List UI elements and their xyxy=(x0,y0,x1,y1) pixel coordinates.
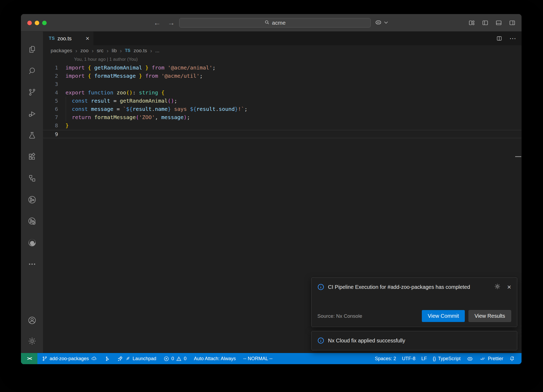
code-line-7[interactable]: 7 return formatMessage('ZOO', message); xyxy=(43,113,522,121)
breadcrumb-item[interactable]: zoo xyxy=(80,48,89,54)
code-line-8[interactable]: 8} xyxy=(43,121,522,130)
encoding-status[interactable]: UTF-8 xyxy=(399,353,418,364)
language-mode-status[interactable]: {} TypeScript xyxy=(430,353,463,364)
launchpad-label: Launchpad xyxy=(133,356,156,361)
nx-graph-search-icon[interactable] xyxy=(28,217,37,226)
close-tab-icon[interactable]: × xyxy=(86,35,89,42)
line-number: 5 xyxy=(43,97,65,105)
remote-indicator[interactable]: >< xyxy=(21,353,37,364)
maximize-window-button[interactable] xyxy=(42,21,47,25)
plug-icon xyxy=(125,356,130,361)
notification-nx-cloud-fix: Nx Cloud fix applied successfully xyxy=(311,331,517,350)
close-window-button[interactable] xyxy=(27,21,32,25)
toggle-secondary-sidebar-icon[interactable] xyxy=(509,20,516,26)
view-commit-button[interactable]: View Commit xyxy=(422,310,465,322)
error-icon xyxy=(164,356,169,361)
warning-icon xyxy=(176,356,182,361)
git-graph-status[interactable] xyxy=(102,353,113,364)
toggle-sidebar-icon[interactable] xyxy=(482,20,489,26)
more-views-icon[interactable] xyxy=(28,260,37,269)
notification-ci-pipeline: CI Pipeline Execution for #add-zoo-packa… xyxy=(311,277,517,327)
git-branch-status[interactable]: add-zoo-packages xyxy=(39,353,100,364)
notification-settings-gear-icon[interactable] xyxy=(494,283,501,291)
run-debug-icon[interactable] xyxy=(28,109,37,118)
formatter-status[interactable]: Prettier xyxy=(476,353,506,364)
account-icon[interactable] xyxy=(28,316,37,325)
copilot-icon xyxy=(466,356,474,362)
info-icon xyxy=(317,337,324,345)
settings-gear-icon[interactable] xyxy=(28,337,37,346)
workspace-structure-icon[interactable] xyxy=(28,174,37,183)
testing-icon[interactable] xyxy=(28,131,37,140)
code-line-5[interactable]: 5 const result = getRandomAnimal(); xyxy=(43,97,522,105)
code-text xyxy=(65,130,522,138)
braces-icon: {} xyxy=(433,356,436,361)
chevron-right-icon: › xyxy=(75,47,77,54)
edge-browser-icon[interactable] xyxy=(28,238,37,247)
line-number: 3 xyxy=(43,80,65,88)
git-blame-annotation: You, 1 hour ago | 1 author (You) xyxy=(74,57,522,64)
extensions-icon[interactable] xyxy=(28,152,37,161)
status-bar: >< add-zoo-packages xyxy=(21,353,522,364)
breadcrumb-item[interactable]: packages xyxy=(51,48,72,54)
code-line-1[interactable]: 1import { getRandomAnimal } from '@acme/… xyxy=(43,64,522,72)
vim-mode-status[interactable]: -- NORMAL -- xyxy=(240,353,275,364)
code-line-6[interactable]: 6 const message = `${result.name} says $… xyxy=(43,105,522,113)
toggle-panel-icon[interactable] xyxy=(495,20,502,26)
branch-name: add-zoo-packages xyxy=(50,356,89,361)
code-text: return formatMessage('ZOO', message); xyxy=(65,113,522,121)
notification-source: Source: Nx Console xyxy=(317,313,362,319)
error-count: 0 xyxy=(171,356,174,361)
code-line-9[interactable]: 9 xyxy=(43,130,522,138)
warning-count: 0 xyxy=(184,356,186,361)
chevron-right-icon: › xyxy=(92,47,94,54)
customize-layout-icon[interactable] xyxy=(468,20,475,26)
breadcrumb-file[interactable]: zoo.ts xyxy=(134,48,147,54)
command-center-search[interactable]: acme xyxy=(179,18,371,28)
explorer-icon[interactable] xyxy=(28,45,37,54)
info-icon xyxy=(317,284,324,291)
chevron-right-icon: › xyxy=(107,47,108,54)
search-view-icon[interactable] xyxy=(28,66,37,75)
breadcrumb-item[interactable]: lib xyxy=(112,48,117,54)
activity-bar xyxy=(21,32,43,353)
line-number: 1 xyxy=(43,64,65,72)
indent-guide xyxy=(66,113,66,121)
back-icon[interactable]: ← xyxy=(154,19,161,27)
minimize-window-button[interactable] xyxy=(35,21,39,25)
split-editor-icon[interactable] xyxy=(496,36,502,41)
git-graph-icon xyxy=(104,356,110,361)
problems-status[interactable]: 0 0 xyxy=(161,353,189,364)
nx-graph-icon[interactable] xyxy=(28,195,37,204)
forward-icon[interactable]: → xyxy=(168,19,175,27)
code-lines: 1import { getRandomAnimal } from '@acme/… xyxy=(43,64,522,138)
auto-attach-status[interactable]: Auto Attach: Always xyxy=(191,353,239,364)
tab-zoo-ts[interactable]: TS zoo.ts × xyxy=(43,32,94,45)
copilot-status[interactable] xyxy=(463,353,476,364)
code-line-2[interactable]: 2import { formatMessage } from '@acme/ut… xyxy=(43,72,522,80)
git-branch-icon xyxy=(42,356,47,361)
source-control-icon[interactable] xyxy=(28,88,37,97)
breadcrumb: packages › zoo › src › lib › TS zoo.ts ›… xyxy=(43,45,522,56)
view-results-button[interactable]: View Results xyxy=(468,310,511,322)
rocket-icon xyxy=(117,356,123,361)
tab-label: zoo.ts xyxy=(58,36,72,42)
notification-close-icon[interactable]: × xyxy=(507,284,511,290)
line-number: 8 xyxy=(43,121,65,130)
code-text: const result = getRandomAnimal(); xyxy=(65,97,522,105)
breadcrumb-item[interactable]: src xyxy=(97,48,103,54)
notification-title: CI Pipeline Execution for #add-zoo-packa… xyxy=(328,283,471,291)
breadcrumb-more[interactable]: ... xyxy=(155,48,159,54)
code-text: export function zoo(): string { xyxy=(65,89,522,97)
code-line-3[interactable]: 3 xyxy=(43,80,522,88)
chevron-right-icon: › xyxy=(120,47,122,54)
launchpad-status[interactable]: Launchpad xyxy=(114,353,159,364)
eol-status[interactable]: LF xyxy=(418,353,430,364)
indentation-status[interactable]: Spaces: 2 xyxy=(372,353,399,364)
notifications-bell[interactable] xyxy=(506,353,518,364)
line-number: 2 xyxy=(43,72,65,80)
code-line-4[interactable]: 4export function zoo(): string { xyxy=(43,89,522,97)
code-text xyxy=(65,80,522,88)
code-text: import { formatMessage } from '@acme/uti… xyxy=(65,72,522,80)
copilot-menu[interactable] xyxy=(374,14,388,32)
